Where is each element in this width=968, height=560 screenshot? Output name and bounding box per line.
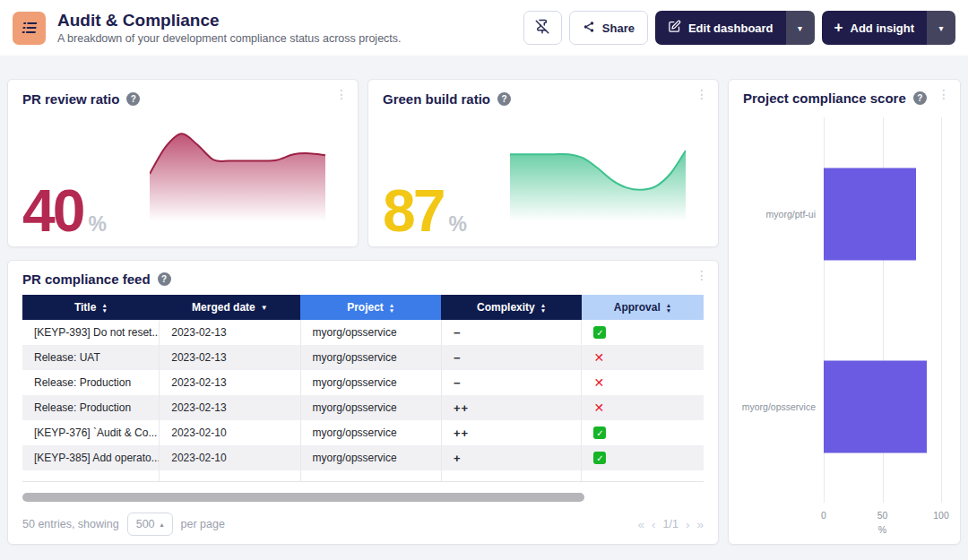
help-icon[interactable]: ? <box>126 92 140 106</box>
edit-dashboard-label: Edit dashboard <box>688 22 774 35</box>
next-page-button[interactable]: › <box>686 518 690 531</box>
horizontal-scrollbar[interactable] <box>22 493 584 502</box>
pr-feed-table: Title▲▼Merged date▼Project▲▼Complexity▲▼… <box>22 295 704 482</box>
table-row[interactable]: [KEYP-376] `Audit & Co... 2023-02-10 myo… <box>22 420 704 445</box>
cell-project: myorg/opsservice <box>300 445 441 470</box>
table-row[interactable]: [KEYP-385] Add operato... 2023-02-10 myo… <box>22 445 704 470</box>
kebab-menu-icon[interactable]: ⋮ <box>938 88 950 100</box>
gridline <box>941 117 942 503</box>
compliance-chart: 050100%myorg/ptf-uimyorg/opsservice <box>743 117 946 531</box>
cell-merged-date: 2023-02-13 <box>160 370 300 395</box>
green-build-unit: % <box>448 212 466 237</box>
pagination: « ‹ 1/1 › » <box>638 518 704 531</box>
x-axis-unit-label: % <box>878 524 886 535</box>
cell-title: Release: UAT <box>22 345 160 370</box>
cell-project: myorg/opsservice <box>300 345 441 370</box>
table-row[interactable]: Release: Production 2023-02-13 myorg/ops… <box>22 370 704 395</box>
kebab-menu-icon[interactable]: ⋮ <box>335 88 348 100</box>
column-header-title[interactable]: Title▲▼ <box>22 295 160 320</box>
cell-approval: ✕ <box>582 370 704 395</box>
page-indicator: 1/1 <box>663 518 678 530</box>
pin-off-icon <box>534 19 550 38</box>
approval-status-icon: ✕ <box>593 401 604 415</box>
feed-footer: 50 entries, showing 500 ▴ per page « ‹ 1… <box>22 513 704 536</box>
approval-status-icon: ✓ <box>593 426 606 439</box>
page-title: Audit & Compliance <box>57 11 512 30</box>
bar-category-label: myorg/ptf-ui <box>766 209 816 220</box>
edit-dashboard-group: Edit dashboard ▾ <box>655 11 815 45</box>
column-header-complexity[interactable]: Complexity▲▼ <box>441 295 582 320</box>
chevron-down-icon: ▾ <box>938 23 943 33</box>
add-insight-label: Add insight <box>851 22 915 35</box>
approval-status-icon: ✕ <box>593 375 604 390</box>
green-build-title: Green build ratio <box>383 91 490 107</box>
page-size-select[interactable]: 500 ▴ <box>127 513 173 536</box>
green-build-value: 87 <box>383 183 443 239</box>
x-tick-label: 100 <box>933 510 949 521</box>
cell-merged-date: 2023-02-13 <box>160 345 300 370</box>
dashboard-grid: PR review ratio ? ⋮ 40 % Green build rat… <box>0 56 968 560</box>
help-icon[interactable]: ? <box>158 272 171 286</box>
bar-row: myorg/ptf-ui <box>824 117 941 310</box>
add-insight-dropdown[interactable]: ▾ <box>927 11 955 45</box>
table-row[interactable]: [KEYP-393] Do not reset... 2023-02-13 my… <box>22 320 704 345</box>
help-icon[interactable]: ? <box>497 92 511 106</box>
cell-complexity: − <box>441 320 582 345</box>
pr-review-title: PR review ratio <box>22 91 119 107</box>
kebab-menu-icon[interactable]: ⋮ <box>696 88 708 100</box>
cell-approval: ✓ <box>582 320 704 345</box>
first-page-button[interactable]: « <box>638 518 645 531</box>
help-icon[interactable]: ? <box>913 91 927 105</box>
page-subtitle: A breakdown of your development complian… <box>57 32 512 45</box>
per-page-label: per page <box>181 518 225 530</box>
cell-approval: ✕ <box>582 345 704 370</box>
cell-merged-date: 2023-02-13 <box>160 395 300 420</box>
cell-complexity: − <box>441 370 582 395</box>
cell-complexity: ++ <box>441 395 582 420</box>
bar-category-label: myorg/opsservice <box>742 401 816 412</box>
pr-review-card: PR review ratio ? ⋮ 40 % <box>7 79 359 247</box>
cell-approval: ✕ <box>582 395 704 420</box>
pr-review-unit: % <box>88 212 106 237</box>
cell-merged-date: 2023-02-10 <box>160 445 300 470</box>
prev-page-button[interactable]: ‹ <box>652 518 656 531</box>
add-insight-group: + Add insight ▾ <box>822 11 955 45</box>
bar-myorg-opsservice[interactable] <box>824 360 927 452</box>
column-header-merged-date[interactable]: Merged date▼ <box>160 295 300 320</box>
cell-title: Release: Production <box>22 370 160 395</box>
edit-dashboard-dropdown[interactable]: ▾ <box>786 11 815 45</box>
green-build-sparkline <box>510 123 686 221</box>
feed-table-header-row: Title▲▼Merged date▼Project▲▼Complexity▲▼… <box>22 295 704 320</box>
table-row[interactable]: Release: UAT 2023-02-13 myorg/opsservice… <box>22 345 704 370</box>
add-insight-button[interactable]: + Add insight <box>822 11 927 45</box>
cell-title: [KEYP-385] Add operato... <box>22 445 160 470</box>
share-icon <box>583 21 595 36</box>
cell-project: myorg/opsservice <box>300 320 441 345</box>
cell-approval: ✓ <box>582 420 704 445</box>
approval-status-icon: ✕ <box>593 350 604 365</box>
cell-project: myorg/opsservice <box>300 395 441 420</box>
cell-title: [KEYP-376] `Audit & Co... <box>22 420 160 445</box>
cell-merged-date: 2023-02-10 <box>160 420 300 445</box>
feed-table-viewport: Title▲▼Merged date▼Project▲▼Complexity▲▼… <box>22 295 704 482</box>
cell-merged-date: 2023-02-13 <box>160 320 300 345</box>
share-button[interactable]: Share <box>569 11 648 45</box>
x-tick-label: 0 <box>821 510 826 521</box>
header-actions: Share Edit dashboard ▾ + Add insight <box>523 11 955 45</box>
last-page-button[interactable]: » <box>696 518 704 531</box>
approval-status-icon: ✓ <box>593 452 606 464</box>
compliance-title: Project compliance score <box>743 90 906 106</box>
x-tick-label: 50 <box>877 510 888 521</box>
pr-review-value: 40 <box>22 183 82 239</box>
table-row[interactable]: Release: Production 2023-02-13 myorg/ops… <box>22 395 704 420</box>
bar-myorg-ptf-ui[interactable] <box>824 168 916 260</box>
table-row-clipped <box>22 470 704 482</box>
page-header: Audit & Compliance A breakdown of your d… <box>0 0 968 56</box>
column-header-project[interactable]: Project▲▼ <box>300 295 441 320</box>
kebab-menu-icon[interactable]: ⋮ <box>696 269 708 281</box>
column-header-approval[interactable]: Approval▲▼ <box>582 295 704 320</box>
cell-project: myorg/opsservice <box>300 420 441 445</box>
edit-dashboard-button[interactable]: Edit dashboard <box>655 11 786 45</box>
unpin-button[interactable] <box>523 11 562 45</box>
plus-icon: + <box>834 20 843 35</box>
